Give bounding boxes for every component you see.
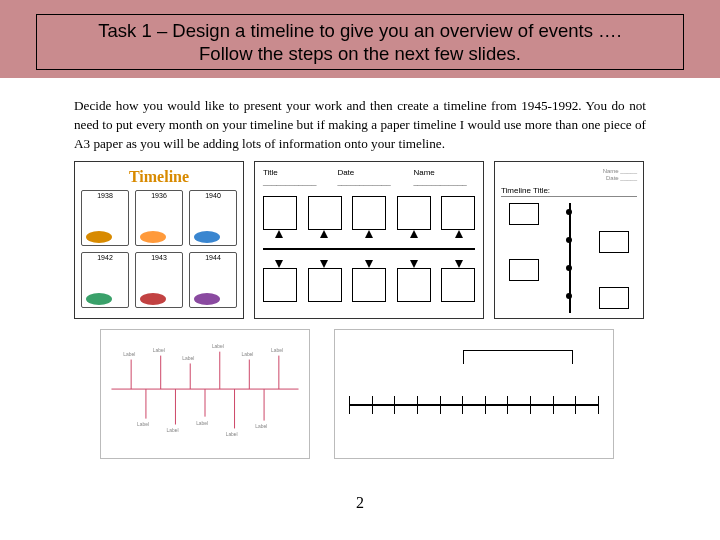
grid-year: 1943 [151, 254, 167, 261]
vertical-body [501, 203, 637, 313]
content-area: Decide how you would like to present you… [68, 94, 652, 514]
arrow-down-icon [320, 260, 328, 268]
grid-cell: 1938 [81, 190, 129, 246]
meta-date: Date _____ [501, 175, 637, 182]
grid-cell: 1944 [189, 252, 237, 308]
grid-year: 1936 [151, 192, 167, 199]
horizontal-axis [263, 248, 475, 250]
arrow-down-icon [455, 260, 463, 268]
svg-text:Label: Label [241, 352, 253, 357]
arrows-down [263, 260, 475, 268]
grid-blob [140, 293, 166, 305]
task-title-line2: Follow the steps on the next few slides. [199, 43, 521, 64]
tick-mark [507, 396, 508, 414]
svg-text:Label: Label [153, 348, 165, 353]
arrow-down-icon [410, 260, 418, 268]
tick-mark [485, 396, 486, 414]
grid-cell: 1940 [189, 190, 237, 246]
spine-dot [566, 293, 572, 299]
event-box [308, 268, 342, 302]
example-b-labels: Title Date Name [263, 168, 475, 186]
grid-blob [86, 293, 112, 305]
instruction-paragraph: Decide how you would like to present you… [68, 94, 652, 161]
arrow-down-icon [365, 260, 373, 268]
event-box [397, 196, 431, 230]
spine-dot [566, 209, 572, 215]
spine-dot [566, 265, 572, 271]
label-date: Date [337, 168, 395, 186]
svg-text:Label: Label [212, 344, 224, 349]
svg-text:Label: Label [137, 423, 149, 428]
vertical-node [509, 259, 539, 281]
event-box [263, 268, 297, 302]
grid-cell: 1942 [81, 252, 129, 308]
timeline-examples-row-2: LabelLabel LabelLabel LabelLabel LabelLa… [68, 319, 652, 459]
tick-mark [530, 396, 531, 414]
arrow-up-icon [455, 230, 463, 238]
arrow-up-icon [365, 230, 373, 238]
arrow-up-icon [320, 230, 328, 238]
grid-year: 1938 [97, 192, 113, 199]
tick-mark [462, 396, 463, 414]
tick-marks [349, 396, 599, 414]
arrow-up-icon [275, 230, 283, 238]
vertical-node [509, 203, 539, 225]
svg-text:Label: Label [255, 425, 267, 430]
event-box [441, 268, 475, 302]
label-name: Name [413, 168, 475, 186]
event-box [263, 196, 297, 230]
example-grid-heading: Timeline [81, 168, 237, 186]
task-title-box: Task 1 – Design a timeline to give you a… [36, 14, 684, 70]
meta-lines: Name _____ Date _____ [501, 168, 637, 181]
event-box [308, 196, 342, 230]
grid-cell: 1936 [135, 190, 183, 246]
svg-text:Label: Label [182, 356, 194, 361]
tick-mark [575, 396, 576, 414]
tick-mark [440, 396, 441, 414]
event-box [352, 196, 386, 230]
meta-name: Name _____ [501, 168, 637, 175]
timeline-example-vertical: Name _____ Date _____ Timeline Title: [494, 161, 644, 319]
arrows-up [263, 230, 475, 238]
grid-blob [86, 231, 112, 243]
vertical-node [599, 231, 629, 253]
svg-text:Label: Label [167, 429, 179, 434]
timeline-example-ticks [334, 329, 614, 459]
vertical-title-label: Timeline Title: [501, 186, 637, 197]
svg-text:Label: Label [123, 352, 135, 357]
grid-year: 1940 [205, 192, 221, 199]
upper-boxes [263, 196, 475, 230]
page-number: 2 [356, 494, 364, 512]
svg-text:Label: Label [271, 348, 283, 353]
bracket-icon [463, 350, 573, 364]
tree-diagram-icon: LabelLabel LabelLabel LabelLabel LabelLa… [101, 330, 309, 458]
label-title: Title [263, 168, 319, 186]
tick-mark [372, 396, 373, 414]
grid-blob [194, 293, 220, 305]
event-box [441, 196, 475, 230]
example-grid-cells: 1938 1936 1940 1942 1943 1944 [81, 190, 237, 308]
svg-text:Label: Label [196, 421, 208, 426]
tick-mark [394, 396, 395, 414]
lower-boxes [263, 268, 475, 302]
grid-blob [140, 231, 166, 243]
tick-mark [417, 396, 418, 414]
tick-mark [553, 396, 554, 414]
grid-year: 1942 [97, 254, 113, 261]
tick-mark [598, 396, 599, 414]
grid-year: 1944 [205, 254, 221, 261]
timeline-example-tree: LabelLabel LabelLabel LabelLabel LabelLa… [100, 329, 310, 459]
spine-dot [566, 237, 572, 243]
event-box [397, 268, 431, 302]
vertical-node [599, 287, 629, 309]
timeline-example-grid: Timeline 1938 1936 1940 1942 1943 1944 [74, 161, 244, 319]
timeline-examples-row-1: Timeline 1938 1936 1940 1942 1943 1944 T… [68, 161, 652, 319]
arrow-up-icon [410, 230, 418, 238]
grid-cell: 1943 [135, 252, 183, 308]
arrow-down-icon [275, 260, 283, 268]
grid-blob [194, 231, 220, 243]
task-title-line1: Task 1 – Design a timeline to give you a… [98, 20, 621, 41]
svg-text:Label: Label [226, 433, 238, 438]
timeline-example-arrow-boxes: Title Date Name [254, 161, 484, 319]
event-box [352, 268, 386, 302]
